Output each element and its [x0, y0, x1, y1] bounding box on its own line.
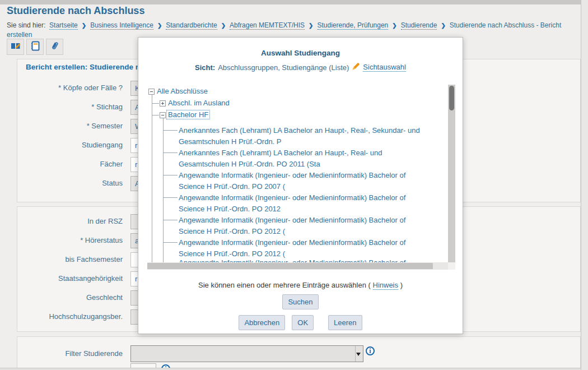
chevron-down-icon — [356, 353, 361, 356]
field-value: r — [135, 160, 137, 169]
field-label-filter-studierende: Filter Studierende — [17, 349, 123, 358]
hint-text: Sie können einen oder mehrere Einträge a… — [198, 281, 371, 289]
tree-item-label: Bachelor HF — [167, 110, 209, 119]
field-label-stichtag: * Stichtag — [17, 103, 123, 111]
tree-item[interactable]: Angewandte Informatik (Ingenieur- oder M… — [179, 192, 432, 214]
suchen-button[interactable]: Suchen — [282, 294, 318, 309]
breadcrumb-link-startseite[interactable]: Startseite — [49, 21, 78, 30]
vertical-scrollbar[interactable] — [448, 85, 455, 262]
tree-item-root[interactable]: Alle Abschlüsse — [156, 87, 209, 97]
page-title: Studierende nach Abschluss — [7, 5, 144, 17]
tree-item-label: Alle Abschlüsse — [156, 87, 209, 95]
breadcrumb-prefix: Sie sind hier: — [7, 21, 45, 29]
chevron-right-icon — [392, 21, 396, 30]
horizontal-scrollbar-thumb[interactable] — [147, 263, 433, 269]
chevron-right-icon — [221, 21, 226, 30]
expand-icon[interactable] — [160, 100, 166, 107]
vertical-scrollbar-thumb[interactable] — [449, 86, 454, 110]
leeren-button[interactable]: Leeren — [328, 315, 362, 330]
tree-item[interactable]: Angewandte Informatik (Ingenieur- oder M… — [179, 170, 432, 192]
field-value: r — [135, 141, 137, 150]
scrollbar-corner — [448, 262, 455, 270]
tree-line — [163, 118, 164, 262]
field-label-hochschulzugangsber: Hochschulzugangsber. — [17, 312, 123, 321]
tree-viewport: Alle Abschlüsse Abschl. im Ausland Bache… — [147, 85, 455, 270]
breadcrumb-link-abfragen-memtext[interactable]: Abfragen MEMTEXT/HIS — [230, 21, 305, 30]
notes-button[interactable] — [26, 39, 44, 55]
chevron-right-icon — [441, 21, 445, 30]
window-top-strip — [0, 0, 581, 4]
report-edit-icon — [10, 41, 21, 53]
collapse-icon[interactable] — [160, 112, 166, 118]
selection-hint: Sie können einen oder mehrere Einträge a… — [138, 281, 463, 289]
sicht-row: Sicht: Abschlussgruppen, Studiengänge (L… — [138, 62, 463, 72]
chevron-right-icon — [157, 21, 162, 30]
sicht-value: Abschlussgruppen, Studiengänge (Liste) — [218, 63, 349, 72]
pencil-icon — [352, 62, 360, 72]
field-value: r — [135, 275, 137, 283]
filter-studierende-dropdown[interactable] — [130, 345, 363, 362]
field-label-semester: * Semester — [17, 122, 123, 130]
tree: Alle Abschlüsse Abschl. im Ausland Bache… — [147, 85, 448, 262]
field-label-bis-fachsemester: bis Fachsemester — [17, 255, 123, 263]
tree-item[interactable]: Angewandte Informatik (Ingenieur- oder M… — [179, 257, 432, 262]
tree-item[interactable]: Anerkanntes Fach (Lehramt) LA Bachelor a… — [179, 147, 432, 169]
hinweis-link[interactable]: Hinweis — [373, 281, 399, 290]
field-label-hoererstatus: * Hörerstatus — [17, 236, 123, 244]
field-label-koepfe-oder-faelle: * Köpfe oder Fälle ? — [17, 84, 123, 92]
filter-panel: Filter Studierende — [17, 336, 581, 370]
breadcrumb-link-studierende-pruefungen[interactable]: Studierende, Prüfungen — [318, 21, 389, 30]
field-label-status: Status — [17, 179, 123, 187]
chevron-right-icon — [309, 21, 313, 30]
sicht-label: Sicht: — [195, 63, 215, 72]
hint-text: ) — [400, 281, 403, 289]
toolbar — [7, 39, 63, 55]
abbrechen-button[interactable]: Abbrechen — [239, 315, 285, 330]
field-label-geschlecht: Geschlecht — [17, 293, 123, 302]
breadcrumb-link-business-intelligence[interactable]: Business Intelligence — [90, 21, 153, 30]
tree-item[interactable]: Anerkanntes Fach (Lehramt) LA Bachelor a… — [179, 125, 432, 147]
breadcrumb-link-studierende[interactable]: Studierende — [401, 21, 437, 30]
ok-button[interactable]: OK — [292, 315, 314, 330]
tree-item[interactable]: Angewandte Informatik (Ingenieur- oder M… — [179, 237, 432, 259]
tree-item-bachelor-hf[interactable]: Bachelor HF — [167, 110, 209, 121]
info-icon[interactable] — [366, 346, 375, 355]
tree-line — [152, 95, 152, 262]
tree-dash — [152, 103, 159, 104]
horizontal-scrollbar[interactable] — [147, 262, 448, 270]
breadcrumb-link-standardberichte[interactable]: Standardberichte — [166, 21, 217, 30]
attachment-button[interactable] — [46, 39, 63, 55]
dialog-title: Auswahl Studiengang — [138, 49, 463, 57]
chevron-right-icon — [82, 21, 86, 30]
collapse-icon[interactable] — [148, 89, 155, 95]
field-label-in-der-rsz: In der RSZ — [17, 217, 123, 225]
sichtauswahl-link[interactable]: Sichtauswahl — [363, 63, 406, 72]
auswahl-studiengang-dialog: Auswahl Studiengang Sicht: Abschlussgrup… — [138, 37, 463, 334]
field-label-staatsangehoerigkeit: Staatsangehörigkeit — [17, 274, 123, 283]
tree-item-label: Abschl. im Ausland — [167, 99, 231, 107]
field-label-studiengang: Studiengang — [17, 141, 123, 149]
report-edit-button[interactable] — [7, 39, 24, 55]
window-bottom-strip — [0, 368, 581, 370]
paperclip-icon — [50, 41, 59, 53]
notes-icon — [31, 41, 40, 53]
tree-dash — [152, 115, 159, 115]
tree-item[interactable]: Angewandte Informatik (Ingenieur- oder M… — [179, 215, 432, 237]
page-right-gutter — [581, 0, 588, 370]
tree-item-abschl-im-ausland[interactable]: Abschl. im Ausland — [167, 99, 231, 109]
field-label-faecher: Fächer — [17, 160, 123, 168]
